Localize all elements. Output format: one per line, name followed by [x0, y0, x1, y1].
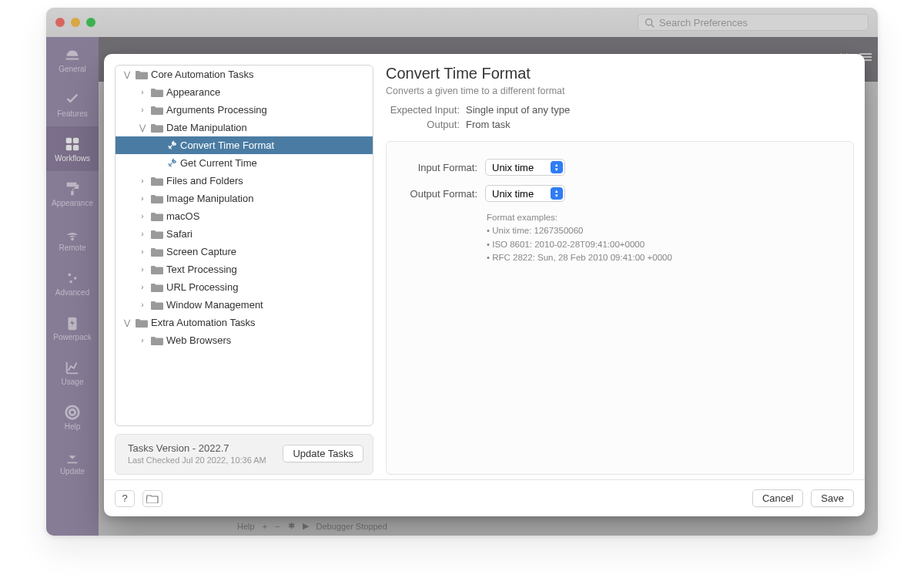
tool-icon	[166, 158, 177, 169]
tree-item-label: Window Management	[166, 299, 263, 311]
folder-icon	[151, 336, 163, 345]
chevron-down-icon: ⋁	[137, 123, 148, 132]
tree-item-label: Get Current Time	[180, 157, 257, 169]
format-examples: Format examples: • Unix time: 1267350060…	[487, 211, 839, 264]
example-iso8601: • ISO 8601: 2010-02-28T09:41:00+0000	[487, 238, 839, 251]
folder-icon	[151, 265, 163, 274]
chevron-right-icon: ›	[137, 301, 148, 309]
chevron-right-icon: ›	[137, 176, 148, 185]
sheet-footer: ? Cancel Save	[104, 479, 865, 516]
folder-icon	[151, 230, 163, 239]
preferences-window: Search Preferences GeneralFeaturesWorkfl…	[46, 8, 878, 536]
cancel-button[interactable]: Cancel	[752, 489, 803, 507]
chevron-right-icon: ›	[137, 247, 148, 256]
update-tasks-button[interactable]: Update Tasks	[283, 445, 363, 462]
select-stepper-icon: ▴▾	[551, 187, 563, 200]
tree-folder-item[interactable]: ›Web Browsers	[116, 331, 373, 349]
tree-tool-item[interactable]: Convert Time Format	[116, 136, 373, 154]
tree-item-label: Core Automation Tasks	[151, 69, 253, 80]
tree-folder-item[interactable]: ›Arguments Processing	[116, 101, 373, 119]
task-title: Convert Time Format	[386, 65, 854, 82]
tree-folder-item[interactable]: ›Image Manipulation	[116, 190, 373, 207]
folder-icon	[151, 123, 163, 133]
help-button[interactable]: ?	[115, 490, 135, 507]
output-value: From task	[466, 119, 511, 130]
chevron-down-icon: ⋁	[122, 318, 132, 327]
folder-icon	[146, 494, 159, 503]
example-rfc2822: • RFC 2822: Sun, 28 Feb 2010 09:41:00 +0…	[487, 251, 839, 264]
tree-item-label: Files and Folders	[166, 175, 243, 187]
chevron-right-icon: ›	[137, 230, 148, 238]
input-format-select[interactable]: Unix time ▴▾	[485, 159, 565, 176]
select-stepper-icon: ▴▾	[551, 161, 563, 173]
tree-item-label: macOS	[166, 210, 199, 222]
tree-folder-item[interactable]: ⋁Core Automation Tasks	[116, 66, 373, 83]
folder-icon	[151, 283, 163, 292]
chevron-down-icon: ⋁	[122, 70, 132, 79]
tree-item-label: Extra Automation Tasks	[151, 317, 256, 328]
folder-icon	[151, 247, 163, 257]
expected-input-value: Single input of any type	[466, 104, 570, 116]
tree-item-label: Convert Time Format	[180, 139, 274, 151]
tree-folder-item[interactable]: ›Files and Folders	[116, 172, 373, 190]
folder-icon	[151, 106, 163, 115]
expected-input-label: Expected Input:	[386, 104, 460, 116]
chevron-right-icon: ›	[137, 283, 148, 291]
tree-item-label: Date Manipulation	[166, 122, 247, 133]
tree-folder-item[interactable]: ›Safari	[116, 225, 373, 243]
tree-item-label: Appearance	[166, 86, 220, 98]
task-config-sheet: ⋁Core Automation Tasks›Appearance›Argume…	[104, 54, 865, 516]
folder-icon	[151, 301, 163, 310]
task-tree[interactable]: ⋁Core Automation Tasks›Appearance›Argume…	[115, 65, 373, 426]
save-button[interactable]: Save	[811, 489, 854, 507]
tree-item-label: Arguments Processing	[166, 104, 267, 116]
tree-item-label: Web Browsers	[166, 334, 231, 346]
tree-folder-item[interactable]: ›URL Processing	[116, 278, 373, 296]
output-format-select[interactable]: Unix time ▴▾	[485, 185, 565, 202]
tree-tool-item[interactable]: Get Current Time	[116, 154, 373, 172]
reveal-folder-button[interactable]	[142, 490, 162, 507]
tree-folder-item[interactable]: ›Appearance	[116, 83, 373, 101]
folder-icon	[151, 212, 163, 221]
input-format-value: Unix time	[492, 162, 546, 173]
folder-icon	[151, 194, 163, 203]
tool-icon	[166, 140, 177, 151]
tree-item-label: URL Processing	[166, 281, 238, 293]
chevron-right-icon: ›	[137, 212, 148, 220]
last-checked-label: Last Checked Jul 20 2022, 10:36 AM	[128, 455, 275, 465]
tree-folder-item[interactable]: ›macOS	[116, 207, 373, 225]
config-panel: Input Format: Unix time ▴▾ Output Format…	[386, 141, 854, 475]
input-format-label: Input Format:	[400, 162, 477, 173]
tree-folder-item[interactable]: ›Text Processing	[116, 260, 373, 278]
folder-icon	[151, 176, 163, 186]
example-unix: • Unix time: 1267350060	[487, 224, 839, 237]
version-panel: Tasks Version - 2022.7 Last Checked Jul …	[115, 434, 373, 475]
folder-icon	[136, 318, 148, 328]
task-subtitle: Converts a given time to a different for…	[386, 86, 854, 96]
folder-icon	[151, 88, 163, 97]
output-format-label: Output Format:	[400, 188, 477, 200]
tree-item-label: Safari	[166, 228, 192, 240]
output-label: Output:	[386, 119, 460, 130]
chevron-right-icon: ›	[137, 88, 148, 96]
chevron-right-icon: ›	[137, 265, 148, 274]
folder-icon	[136, 70, 148, 79]
chevron-right-icon: ›	[137, 194, 148, 203]
chevron-right-icon: ›	[137, 106, 148, 114]
tasks-version-label: Tasks Version - 2022.7	[128, 442, 275, 454]
output-format-value: Unix time	[492, 188, 546, 200]
tree-folder-item[interactable]: ⋁Extra Automation Tasks	[116, 314, 373, 331]
tree-item-label: Screen Capture	[166, 246, 236, 257]
chevron-right-icon: ›	[137, 336, 148, 344]
tree-folder-item[interactable]: ›Window Management	[116, 296, 373, 314]
tree-item-label: Image Manipulation	[166, 193, 253, 204]
tree-item-label: Text Processing	[166, 264, 237, 275]
tree-folder-item[interactable]: ⋁Date Manipulation	[116, 119, 373, 136]
examples-header: Format examples:	[487, 211, 839, 224]
tree-folder-item[interactable]: ›Screen Capture	[116, 243, 373, 260]
